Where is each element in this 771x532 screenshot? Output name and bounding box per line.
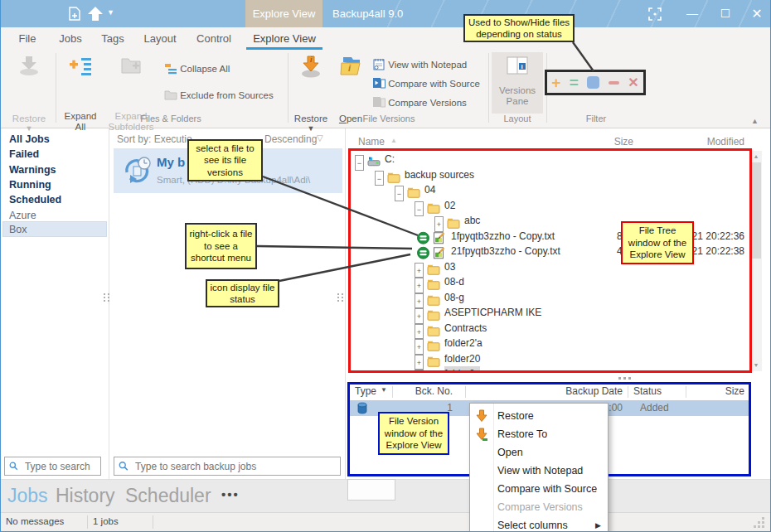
bottom-tab-scheduler[interactable]: Scheduler: [125, 479, 211, 512]
close-button[interactable]: ✕: [742, 0, 771, 27]
menu-item-compare-with-source[interactable]: Compare with Source: [470, 480, 608, 498]
sort-asc-icon: ▲: [390, 137, 397, 144]
search-input[interactable]: [23, 460, 100, 473]
panel-splitter-handle[interactable]: [337, 293, 339, 295]
sidebar-item-warnings[interactable]: Warnings: [9, 162, 107, 177]
restore-version-icon: i: [300, 55, 322, 78]
sidebar-search[interactable]: [4, 457, 101, 476]
notepad-icon: [372, 57, 386, 70]
filter-square-icon[interactable]: [587, 76, 599, 89]
bottom-tab-history[interactable]: History: [56, 479, 115, 512]
sort-direction[interactable]: Descending: [264, 133, 317, 145]
filter-x-icon[interactable]: ✕: [628, 75, 638, 90]
sidebar-splitter-handle[interactable]: [104, 293, 105, 295]
h-scrollbar-thumb[interactable]: [347, 479, 395, 501]
active-tab-underline: [246, 47, 322, 50]
maximize-button[interactable]: ☐: [710, 0, 740, 27]
callout-file-tree: File Tree window of the Explore View: [621, 221, 694, 264]
restore-button-disabled[interactable]: Restore ▼: [6, 52, 52, 127]
sidebar-item-failed[interactable]: Failed: [9, 147, 107, 162]
column-header-modified[interactable]: Modified: [681, 136, 744, 148]
chevron-down-icon[interactable]: ▼: [107, 8, 114, 17]
search-icon: [119, 461, 128, 472]
collapse-ribbon-icon[interactable]: ▲: [751, 117, 759, 125]
compare-versions-button[interactable]: Compare Versions: [372, 96, 467, 113]
divider: [345, 128, 346, 479]
restore-icon: [476, 409, 487, 423]
callout-select-file: select a file to see its file versions: [187, 139, 263, 181]
filter-minus-icon[interactable]: [609, 81, 619, 85]
callout-filter: Used to Show/Hide files depending on sta…: [463, 14, 575, 42]
sidebar-item-all-jobs[interactable]: All Jobs: [9, 132, 107, 147]
restore-icon: [17, 56, 41, 77]
filter-equals-icon[interactable]: =: [570, 75, 579, 90]
callout-file-version: File Version window of the Explore View: [378, 412, 449, 455]
more-tabs-icon[interactable]: •••: [221, 487, 240, 501]
titlebar: ▼ Explore View Backup4all 9.0 — ☐ ✕: [1, 0, 771, 27]
sidebar-item-scheduled[interactable]: Scheduled: [9, 192, 107, 207]
tab-control[interactable]: Control: [188, 28, 240, 49]
tab-layout[interactable]: Layout: [135, 28, 185, 49]
group-label-filter: Filter: [546, 114, 646, 123]
divider: [109, 128, 109, 479]
open-icon: i: [340, 56, 361, 76]
group-label-file-versions: File Versions: [291, 114, 487, 123]
context-menu: Restore Restore To Open View with Notepa…: [469, 403, 609, 532]
sort-direction-dropdown-icon[interactable]: ▽: [317, 133, 323, 143]
compare-with-source-button[interactable]: Compare with Source: [372, 77, 480, 94]
status-messages: No messages: [6, 516, 64, 526]
scroll-up-icon[interactable]: ▲: [750, 153, 762, 159]
expand-all-icon: [69, 56, 92, 77]
compare-with-source-icon: [372, 77, 386, 89]
sidebar-item-azure[interactable]: Azure: [9, 208, 107, 223]
menu-item-restore[interactable]: Restore: [470, 407, 608, 425]
column-header-size[interactable]: Size: [584, 136, 633, 148]
menu-item-compare-versions[interactable]: Compare Versions: [470, 498, 608, 516]
divider: [56, 53, 56, 123]
view-with-notepad-button[interactable]: View with Notepad: [372, 57, 467, 74]
divider: [488, 53, 489, 123]
jobs-search[interactable]: [114, 457, 341, 476]
divider: [153, 515, 153, 529]
submenu-arrow-icon: ▶: [595, 516, 601, 532]
backup-quick-action-icon[interactable]: [87, 6, 104, 22]
job-title: My b: [157, 155, 185, 169]
menu-item-restore-to[interactable]: Restore To: [470, 425, 608, 443]
compare-versions-icon: [372, 96, 386, 109]
tab-explore-view[interactable]: Explore View: [246, 28, 322, 49]
filter-plus-icon[interactable]: +: [551, 75, 560, 90]
collapse-all-button[interactable]: Collapse All: [164, 62, 230, 79]
group-label-files-folders: Files & Folders: [59, 114, 283, 123]
new-document-icon[interactable]: [69, 7, 80, 21]
sidebar-item-running[interactable]: Running: [9, 177, 107, 192]
status-bar: No messages 1 jobs: [1, 512, 771, 531]
app-window: ▼ Explore View Backup4all 9.0 — ☐ ✕ File…: [0, 0, 771, 532]
callout-right-click: right-click a file to see a shortcut men…: [185, 223, 257, 269]
tab-tags[interactable]: Tags: [94, 28, 132, 49]
minimize-button[interactable]: —: [677, 0, 707, 27]
sidebar-item-box[interactable]: Box: [9, 222, 107, 237]
tab-jobs[interactable]: Jobs: [51, 28, 90, 49]
bottom-tab-jobs[interactable]: Jobs: [7, 479, 48, 512]
sort-by-label[interactable]: Sort by: Executio: [117, 133, 192, 145]
divider: [288, 53, 289, 123]
versions-pane-toggle[interactable]: i Versions Pane: [492, 52, 543, 114]
focus-mode-icon[interactable]: [648, 7, 662, 21]
resize-grip[interactable]: [762, 517, 764, 520]
scrollbar-thumb[interactable]: [751, 162, 761, 259]
collapse-all-icon: [164, 62, 177, 75]
restore-to-icon: [476, 428, 487, 441]
menu-item-select-columns[interactable]: Select columns ▶: [470, 516, 608, 532]
exclude-from-sources-button[interactable]: Exclude from Sources: [164, 89, 274, 105]
backup-job-icon: [122, 156, 153, 186]
tab-file[interactable]: File: [9, 28, 46, 49]
titlebar-active-tab: Explore View: [245, 0, 322, 27]
column-header-name[interactable]: Name: [358, 136, 385, 148]
filter-toolbar: + = ✕: [545, 70, 646, 95]
jobs-search-input[interactable]: [133, 460, 340, 473]
menu-item-open[interactable]: Open: [470, 443, 608, 462]
tree-versions-splitter-handle[interactable]: [618, 377, 621, 380]
scroll-down-icon[interactable]: ▼: [750, 362, 762, 368]
menu-item-view-with-notepad[interactable]: View with Notepad: [470, 462, 608, 480]
ribbon: File Jobs Tags Layout Control Explore Vi…: [1, 27, 771, 128]
